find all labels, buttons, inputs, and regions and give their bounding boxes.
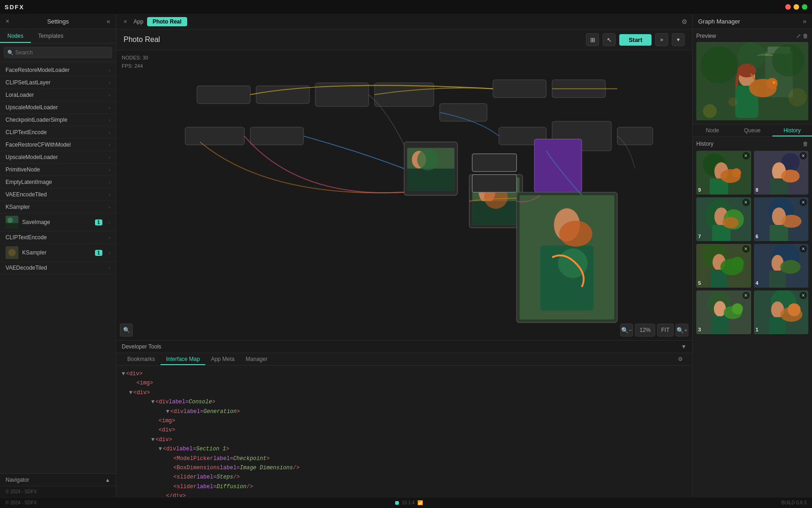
sidebar-tabs: Nodes Templates [0, 29, 116, 43]
history-item-close[interactable]: × [742, 199, 750, 206]
hist-tab-node[interactable]: Node [693, 124, 732, 136]
start-button[interactable]: Start [619, 34, 652, 46]
svg-rect-5 [197, 86, 250, 104]
graph-search-btn[interactable]: 🔍 [120, 324, 133, 337]
history-tabs: Node Queue History [693, 124, 812, 137]
expand-icon[interactable]: ▼ [129, 388, 132, 397]
right-expand-icon[interactable]: » [803, 18, 806, 25]
search-icon: 🔍 [123, 327, 130, 333]
graph-svg [116, 50, 692, 340]
list-item[interactable]: FaceRestoreModelLoader › [0, 64, 116, 77]
dev-tab-interface-map[interactable]: Interface Map [160, 353, 205, 365]
node-name: CheckpointLoaderSimple [6, 117, 109, 123]
dev-tools-collapse-icon[interactable]: ▼ [681, 343, 687, 350]
app-logo: SDFX [5, 4, 24, 11]
expand-icon[interactable]: ▼ [151, 397, 154, 407]
zoom-fit-btn[interactable]: FIT [657, 324, 674, 337]
hist-tab-history[interactable]: History [772, 124, 812, 136]
history-delete-icon[interactable]: 🗑 [803, 141, 808, 147]
history-item-4[interactable]: 4 × [754, 244, 809, 288]
graph-canvas[interactable]: NODES: 30 FPS: 244 [116, 50, 692, 340]
history-item-num: 9 [698, 187, 701, 193]
preview-text: Preview [696, 33, 716, 39]
list-item[interactable]: CLIPTextEncode › [0, 231, 116, 244]
history-item-num: 5 [698, 280, 701, 286]
history-item-close[interactable]: × [800, 245, 807, 253]
history-item-7[interactable]: 7 × [696, 197, 751, 241]
list-item[interactable]: FaceRestoreCFWithModel › [0, 139, 116, 151]
search-input[interactable] [4, 47, 112, 58]
zoom-in-btn[interactable]: 🔍+ [676, 324, 688, 337]
preview-expand-icon[interactable]: ⤢ [796, 33, 801, 39]
win-max-btn[interactable] [802, 4, 807, 10]
history-item-6[interactable]: 6 × [754, 197, 809, 241]
chevron-right-icon: › [109, 266, 110, 271]
list-item[interactable]: CheckpointLoaderSimple › [0, 114, 116, 126]
list-item[interactable]: PrimitiveNode › [0, 164, 116, 176]
main-layout: × Settings « Nodes Templates 🔍 FaceResto… [0, 14, 812, 497]
history-item-num: 3 [698, 327, 701, 332]
nav-close-btn[interactable]: × [121, 17, 130, 26]
list-item[interactable]: UpscaleModelLoader › [0, 151, 116, 164]
list-item[interactable]: CLIPSetLastLayer › [0, 77, 116, 89]
tab-nodes[interactable]: Nodes [0, 29, 31, 43]
graph-expand-btn[interactable]: » [655, 33, 668, 46]
svg-rect-71 [770, 225, 788, 241]
chevron-right-icon: › [109, 118, 110, 123]
zoom-out-btn[interactable]: 🔍− [620, 324, 633, 337]
expand-icon[interactable]: ▼ [166, 407, 169, 416]
history-item-1[interactable]: 1 × [754, 290, 809, 334]
dev-tab-settings-icon[interactable]: ⚙ [674, 353, 687, 365]
nav-graph-btn[interactable]: Photo Real [147, 17, 187, 26]
list-item[interactable]: EmptyLatentImage › [0, 176, 116, 189]
dev-tools-tabs: Bookmarks Interface Map App Meta Manager… [116, 353, 692, 366]
expand-icon[interactable]: ▼ [151, 435, 154, 444]
dev-tab-bookmarks[interactable]: Bookmarks [122, 353, 160, 365]
svg-rect-16 [617, 127, 653, 145]
dev-tab-app-meta[interactable]: App Meta [205, 353, 240, 365]
close-icon[interactable]: × [6, 18, 9, 25]
sidebar-expand-icon[interactable]: « [107, 18, 110, 25]
list-item[interactable]: KSampler 1 › [0, 244, 116, 262]
graph-cursor-icon[interactable]: ↖ [603, 33, 616, 46]
list-item[interactable]: LoraLoader › [0, 89, 116, 101]
history-item-close[interactable]: × [742, 292, 750, 299]
svg-rect-10 [493, 80, 546, 98]
history-item-close[interactable]: × [742, 152, 750, 159]
expand-icon[interactable]: ▼ [159, 444, 162, 454]
history-item-close[interactable]: × [800, 292, 807, 299]
history-item-9[interactable]: 9 × [696, 151, 751, 195]
history-item-close[interactable]: × [800, 152, 807, 159]
list-item[interactable]: UpscaleModelLoader › [0, 101, 116, 114]
expand-icon[interactable]: ▼ [122, 369, 125, 378]
nav-app-btn[interactable]: App [134, 18, 143, 25]
window-controls [785, 4, 807, 10]
navigator-toggle-icon[interactable]: ▲ [105, 477, 110, 483]
list-item[interactable]: KSampler › [0, 201, 116, 213]
svg-rect-21 [407, 169, 455, 190]
list-item[interactable]: SaveImage 1 › [0, 213, 116, 231]
dev-tab-manager[interactable]: Manager [240, 353, 273, 365]
history-item-3[interactable]: 3 × [696, 290, 751, 334]
graph-fit-icon[interactable]: ⊞ [586, 33, 599, 46]
tab-templates[interactable]: Templates [31, 29, 71, 43]
history-item-5[interactable]: 5 × [696, 244, 751, 288]
nav-settings-icon[interactable]: ⚙ [682, 18, 688, 25]
history-header: History 🗑 [696, 141, 808, 147]
hist-tab-queue[interactable]: Queue [732, 124, 772, 136]
list-item[interactable]: CLIPTextEncode › [0, 126, 116, 139]
chevron-right-icon: › [109, 68, 110, 73]
list-item[interactable]: VAEEncodeTiled › [0, 189, 116, 201]
win-close-btn[interactable] [785, 4, 791, 10]
win-min-btn[interactable] [794, 4, 799, 10]
dev-tools-header: Developer Tools ▼ [116, 341, 692, 353]
bottom-status: 10.1.4 📶 [395, 500, 423, 505]
history-item-close[interactable]: × [800, 199, 807, 206]
list-item[interactable]: VAEDecodeTiled › [0, 262, 116, 274]
history-item-close[interactable]: × [742, 245, 750, 253]
node-thumbnail [6, 246, 18, 259]
right-sidebar-header: Graph Manager » [693, 14, 812, 29]
history-item-8[interactable]: 8 × [754, 151, 809, 195]
graph-down-btn[interactable]: ▾ [672, 33, 685, 46]
preview-delete-icon[interactable]: 🗑 [803, 33, 808, 39]
